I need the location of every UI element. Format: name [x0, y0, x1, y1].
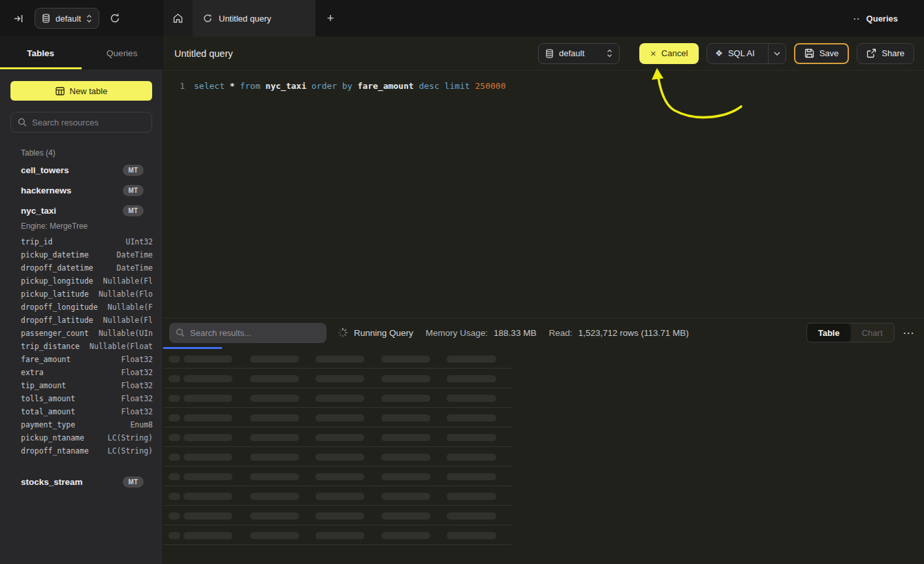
sql-token: 250000: [475, 81, 506, 91]
column-row[interactable]: dropoff_longitudeNullable(F: [21, 301, 153, 314]
table-item[interactable]: hackernewsMT: [10, 180, 152, 201]
column-row[interactable]: trip_distanceNullable(Float: [21, 340, 153, 353]
updown-chevron-icon: [86, 14, 92, 23]
tab-untitled-query[interactable]: Untitled query: [193, 0, 315, 37]
column-row[interactable]: pickup_datetimeDateTime: [21, 248, 153, 261]
tab-strip: Untitled query +: [163, 0, 853, 37]
top-bar: default: [0, 0, 924, 37]
sidebar-collapse-icon[interactable]: [13, 13, 24, 24]
results-panel: Search results... Running Query Memory U…: [163, 318, 924, 564]
skeleton-cell: [447, 454, 496, 461]
new-tab-button[interactable]: +: [315, 0, 345, 37]
toggle-table[interactable]: Table: [807, 323, 851, 342]
skeleton-cell: [183, 532, 232, 539]
results-search-input[interactable]: Search results...: [169, 323, 327, 343]
column-row[interactable]: pickup_latitudeNullable(Flo: [21, 288, 153, 301]
sql-token: *: [230, 81, 235, 91]
more-options-button[interactable]: ···: [904, 328, 916, 338]
skeleton-row: [163, 486, 512, 506]
column-name: total_amount: [21, 405, 75, 418]
column-row[interactable]: extraFloat32: [21, 366, 153, 379]
column-name: dropoff_datetime: [21, 261, 93, 274]
tables-section-label: Tables (4): [21, 148, 152, 158]
table-item[interactable]: nyc_taxiMT: [10, 201, 152, 221]
column-row[interactable]: pickup_longitudeNullable(Fl: [21, 274, 153, 288]
home-icon: [172, 13, 183, 24]
new-table-button[interactable]: New table: [10, 81, 152, 101]
skeleton-cell: [168, 473, 180, 480]
column-row[interactable]: fare_amountFloat32: [21, 353, 153, 366]
table-item[interactable]: cell_towersMT: [10, 160, 152, 180]
column-row[interactable]: pickup_ntanameLC(String): [21, 431, 153, 444]
skeleton-cell: [315, 532, 364, 539]
column-row[interactable]: tolls_amountFloat32: [21, 392, 153, 405]
memory-usage-label: Memory Usage:: [426, 328, 488, 338]
skeleton-cell: [381, 356, 430, 363]
table-name: cell_towers: [21, 165, 69, 175]
memory-usage-value: 188.33 MB: [494, 328, 536, 338]
skeleton-cell: [250, 375, 299, 382]
database-selector-value: default: [56, 14, 81, 24]
sql-token: [439, 81, 445, 91]
skeleton-cell: [183, 414, 232, 422]
skeleton-cell: [183, 454, 232, 461]
results-skeleton: [163, 349, 924, 545]
column-row[interactable]: dropoff_latitudeNullable(Fl: [21, 314, 153, 327]
column-row[interactable]: dropoff_ntanameLC(String): [21, 444, 153, 457]
sidebar-tab-queries[interactable]: Queries: [82, 37, 163, 69]
query-database-selector[interactable]: default: [538, 43, 620, 64]
skeleton-cell: [250, 356, 299, 363]
table-name: nyc_taxi: [21, 206, 56, 216]
skeleton-cell: [250, 434, 299, 441]
main-pane: Untitled query default ×: [163, 37, 924, 564]
sidebar: Tables Queries New table Search resource…: [0, 37, 163, 564]
sidebar-tab-tables[interactable]: Tables: [0, 37, 82, 69]
column-row[interactable]: passenger_countNullable(UIn: [21, 327, 153, 340]
sidebar-body: New table Search resources Tables (4) ce…: [0, 69, 163, 492]
column-name: tolls_amount: [21, 392, 75, 405]
database-selector[interactable]: default: [35, 8, 99, 29]
sql-editor[interactable]: 1 select * from nyc_taxi order by fare_a…: [163, 71, 924, 93]
sql-ai-dropdown[interactable]: [768, 44, 786, 63]
skeleton-cell: [447, 532, 496, 539]
skeleton-cell: [168, 532, 180, 539]
skeleton-cell: [250, 395, 299, 402]
skeleton-cell: [315, 356, 364, 363]
share-button[interactable]: Share: [857, 43, 914, 64]
skeleton-cell: [168, 375, 180, 382]
chevron-down-icon: [774, 52, 780, 56]
search-icon: [176, 328, 185, 337]
cancel-button[interactable]: × Cancel: [639, 43, 699, 64]
refresh-icon[interactable]: [110, 13, 120, 24]
skeleton-cell: [381, 473, 430, 480]
column-row[interactable]: trip_idUInt32: [21, 235, 153, 248]
skeleton-cell: [250, 454, 299, 461]
sql-ai-button[interactable]: ❖ SQL AI: [707, 43, 786, 64]
column-row[interactable]: payment_typeEnum8: [21, 418, 153, 431]
table-item[interactable]: stocks_streamMT: [10, 472, 152, 492]
spinner-icon: [338, 327, 348, 338]
skeleton-cell: [168, 454, 180, 461]
column-type: Float32: [121, 405, 153, 418]
resource-search-input[interactable]: Search resources: [10, 112, 152, 133]
table-columns: trip_idUInt32pickup_datetimeDateTimedrop…: [21, 235, 153, 457]
column-row[interactable]: tip_amountFloat32: [21, 379, 153, 392]
skeleton-cell: [168, 395, 180, 402]
skeleton-cell: [168, 434, 180, 441]
sql-ai-label: SQL AI: [728, 48, 755, 58]
toggle-chart[interactable]: Chart: [851, 323, 894, 342]
column-type: Nullable(F: [108, 301, 153, 314]
table-grid-icon: [56, 87, 65, 95]
home-button[interactable]: [163, 0, 193, 37]
read-value: 1,523,712 rows (113.71 MB): [578, 328, 688, 338]
column-type: Nullable(UIn: [99, 327, 153, 340]
skeleton-cell: [250, 532, 299, 539]
sql-code-line: select * from nyc_taxi order by fare_amo…: [194, 80, 506, 93]
column-row[interactable]: total_amountFloat32: [21, 405, 153, 418]
column-type: Nullable(Float: [89, 340, 153, 353]
skeleton-row: [163, 349, 512, 369]
save-button[interactable]: Save: [794, 43, 850, 64]
queries-link[interactable]: ·· Queries: [853, 0, 924, 37]
skeleton-cell: [381, 434, 430, 441]
column-row[interactable]: dropoff_datetimeDateTime: [21, 261, 153, 274]
